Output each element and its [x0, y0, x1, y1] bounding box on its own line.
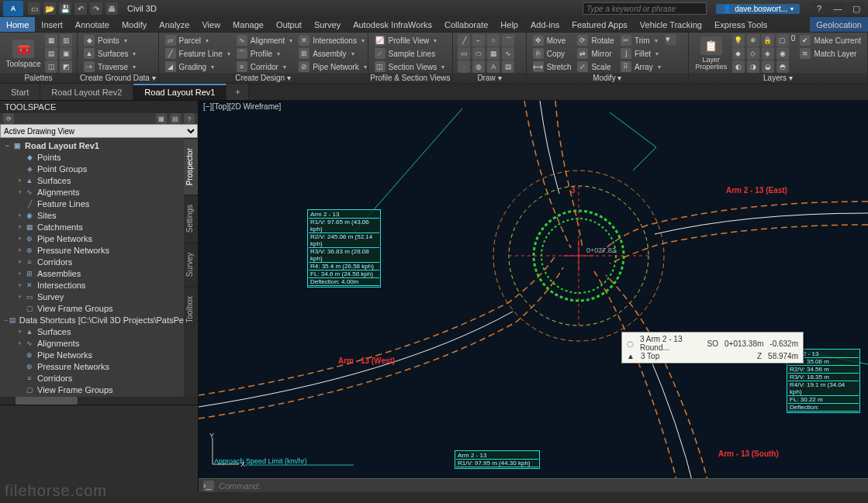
- circle-icon[interactable]: ○: [487, 34, 500, 47]
- alignment-button[interactable]: ∿Alignment: [235, 34, 294, 47]
- vtab-toolbox[interactable]: Toolbox: [184, 286, 198, 332]
- tree-node[interactable]: ▢View Frame Groups: [0, 302, 184, 314]
- panel-label[interactable]: Layers ▾: [689, 73, 867, 83]
- palette-icon[interactable]: ◫: [45, 60, 57, 73]
- pipenetwork-button[interactable]: ⊘Pipe Network: [297, 60, 368, 73]
- points-button[interactable]: ◆Points: [82, 34, 137, 47]
- tab-home[interactable]: Home: [0, 17, 35, 32]
- tab-featured[interactable]: Featured Apps: [565, 17, 634, 32]
- doctab-rev1[interactable]: Road Layout Rev1: [133, 84, 227, 100]
- vtab-survey[interactable]: Survey: [184, 243, 198, 286]
- tree-twisty-icon[interactable]: +: [16, 246, 24, 254]
- maximize-icon[interactable]: ▢: [848, 2, 865, 15]
- vtab-settings[interactable]: Settings: [184, 195, 198, 242]
- tree-twisty-icon[interactable]: +: [16, 328, 24, 336]
- layer-tool-icon[interactable]: ◑: [747, 60, 759, 73]
- parcel-button[interactable]: ▱Parcel: [164, 34, 232, 47]
- tree-twisty-icon[interactable]: [16, 165, 24, 173]
- tab-addins[interactable]: Add-ins: [524, 17, 565, 32]
- tab-modify[interactable]: Modify: [116, 17, 153, 32]
- modify-more-icon[interactable]: ▾: [666, 34, 676, 45]
- layer-tool-icon[interactable]: ◐: [732, 60, 745, 73]
- corridor-button[interactable]: ≡Corridor: [235, 60, 294, 73]
- point-icon[interactable]: ·: [458, 60, 470, 73]
- tree-scrollbar[interactable]: [0, 397, 198, 405]
- tree-twisty-icon[interactable]: +: [16, 177, 24, 184]
- polyline-icon[interactable]: ⌐: [472, 34, 485, 47]
- text-icon[interactable]: A: [487, 60, 500, 73]
- tab-manage[interactable]: Manage: [227, 17, 270, 32]
- tree-node[interactable]: +⊕Pipe Networks: [0, 233, 184, 244]
- layer-tool-icon[interactable]: ◇: [747, 47, 759, 60]
- tree-twisty-icon[interactable]: +: [16, 188, 24, 196]
- tab-express[interactable]: Express Tools: [708, 17, 773, 32]
- tab-geolocation[interactable]: Geolocation: [810, 17, 868, 32]
- tree-node[interactable]: ≡Corridors: [0, 372, 184, 384]
- tab-survey[interactable]: Survey: [308, 17, 347, 32]
- keyword-search-input[interactable]: [583, 2, 707, 15]
- ts-help-icon[interactable]: ?: [184, 113, 195, 124]
- doctab-rev2[interactable]: Road Layout Rev2: [40, 84, 133, 100]
- tree-node[interactable]: +≡Corridors: [0, 256, 184, 267]
- palette-icon[interactable]: ▥: [60, 34, 72, 47]
- matchlayer-button[interactable]: ≋Match Layer: [798, 47, 863, 60]
- assembly-button[interactable]: ⊞Assembly: [297, 47, 368, 60]
- tree-node[interactable]: +◉Sites: [0, 209, 184, 221]
- tree-node[interactable]: ╱Feature Lines: [0, 198, 184, 209]
- tree-twisty-icon[interactable]: [16, 386, 24, 394]
- doctab-start[interactable]: Start: [0, 84, 40, 100]
- tree-twisty-icon[interactable]: +: [16, 293, 24, 301]
- command-input[interactable]: [219, 481, 863, 491]
- panel-label[interactable]: Palettes: [0, 73, 77, 83]
- sectionviews-button[interactable]: ◫Section Views: [373, 60, 447, 73]
- grading-button[interactable]: ◢Grading: [164, 60, 232, 73]
- mirror-button[interactable]: ⇄Mirror: [576, 47, 615, 60]
- tree-twisty-icon[interactable]: +: [16, 339, 24, 347]
- layer-tool-icon[interactable]: ◈: [762, 47, 774, 60]
- arc-icon[interactable]: ⌒: [502, 34, 514, 47]
- tab-annotate[interactable]: Annotate: [69, 17, 116, 32]
- tree-node[interactable]: −▤Data Shortcuts [C:\Civil 3D Projects\P…: [0, 314, 184, 326]
- line-icon[interactable]: ╱: [458, 34, 470, 47]
- panel-label[interactable]: Create Design ▾: [159, 73, 368, 83]
- panel-label[interactable]: Modify ▾: [527, 73, 688, 83]
- ts-tool-icon[interactable]: ▦: [156, 113, 167, 124]
- layer-tool-icon[interactable]: ◒: [762, 60, 774, 73]
- command-line[interactable]: ›_: [199, 478, 868, 492]
- featureline-button[interactable]: ╱Feature Line: [164, 47, 232, 60]
- palette-icon[interactable]: ▦: [45, 34, 57, 47]
- tab-infraworks[interactable]: Autodesk InfraWorks: [347, 17, 438, 32]
- tree-node[interactable]: +▭Survey: [0, 291, 184, 302]
- tree-node[interactable]: +✕Intersections: [0, 279, 184, 291]
- qat-print-icon[interactable]: 🖶: [105, 2, 118, 15]
- tree-node[interactable]: +▲Surfaces: [0, 326, 184, 337]
- tree-node[interactable]: +∿Alignments: [0, 186, 184, 198]
- doctab-add[interactable]: ＋: [227, 84, 249, 100]
- samplelines-button[interactable]: ⟋Sample Lines: [373, 47, 447, 60]
- tree-twisty-icon[interactable]: +: [16, 212, 24, 219]
- tree-twisty-icon[interactable]: +: [16, 223, 24, 231]
- layerprops-button[interactable]: 📋Layer Properties: [693, 34, 729, 73]
- profile-button[interactable]: ⌒Profile: [235, 47, 294, 60]
- traverse-button[interactable]: ⇢Traverse: [82, 60, 137, 73]
- help-icon[interactable]: ?: [811, 2, 828, 15]
- tree-node[interactable]: +⊗Pressure Networks: [0, 244, 184, 256]
- spline-icon[interactable]: ∿: [502, 47, 514, 60]
- tree-node[interactable]: +▲Surfaces: [0, 174, 184, 186]
- tree-twisty-icon[interactable]: [16, 305, 24, 312]
- tree-node[interactable]: −▣Road Layout Rev1: [0, 140, 184, 151]
- scale-button[interactable]: ⤢Scale: [576, 60, 615, 73]
- tree-node[interactable]: ◈Point Groups: [0, 163, 184, 174]
- tree-twisty-icon[interactable]: [16, 363, 24, 370]
- makecurrent-button[interactable]: ✔Make Current: [798, 34, 863, 47]
- tree-twisty-icon[interactable]: +: [16, 281, 24, 289]
- copy-button[interactable]: ⎘Copy: [531, 47, 573, 60]
- tree-twisty-icon[interactable]: +: [16, 258, 24, 266]
- tree-twisty-icon[interactable]: [16, 374, 24, 382]
- freeze-icon[interactable]: ❄: [747, 34, 759, 47]
- tree-twisty-icon[interactable]: +: [16, 270, 24, 277]
- qat-new-icon[interactable]: ▭: [28, 2, 40, 15]
- qat-redo-icon[interactable]: ↷: [90, 2, 102, 15]
- move-button[interactable]: ✥Move: [531, 34, 573, 47]
- tree-node[interactable]: ⊗Pressure Networks: [0, 360, 184, 372]
